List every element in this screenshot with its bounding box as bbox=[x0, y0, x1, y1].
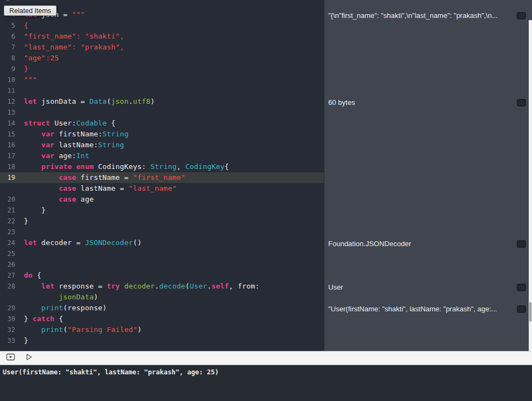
code-line[interactable]: 16 var lastName:String bbox=[0, 140, 324, 151]
line-number[interactable]: 23 bbox=[0, 227, 15, 237]
line-number[interactable]: 21 bbox=[0, 205, 15, 216]
line-number[interactable]: 16 bbox=[0, 140, 15, 151]
code-token bbox=[24, 304, 41, 312]
code-line[interactable]: 20 case age bbox=[0, 194, 324, 205]
code-line[interactable]: 6"first_name": "shakti", bbox=[0, 31, 324, 42]
line-number[interactable]: 22 bbox=[0, 216, 15, 227]
code-line[interactable]: case lastName = "last_name" bbox=[0, 183, 324, 194]
code-line[interactable]: 22} bbox=[0, 216, 324, 227]
code-line[interactable]: 27do { bbox=[0, 270, 324, 281]
code-text: case age bbox=[24, 195, 93, 203]
line-number[interactable]: 24 bbox=[0, 237, 15, 248]
code-token: { bbox=[24, 21, 28, 29]
sidebar-scrollbar-thumb[interactable] bbox=[529, 302, 531, 322]
line-number[interactable]: 14 bbox=[0, 118, 15, 129]
code-line[interactable]: 8"age":25 bbox=[0, 53, 324, 64]
code-token: var bbox=[41, 152, 54, 160]
code-line[interactable]: 14struct User:Codable { bbox=[0, 118, 324, 129]
code-token: firstName = bbox=[76, 173, 133, 181]
code-line[interactable]: 17 var age:Int bbox=[0, 151, 324, 161]
results-sidebar: "{\n"first_name": "shakti",\n"last_name"… bbox=[324, 0, 532, 351]
line-number[interactable]: 9 bbox=[0, 64, 15, 74]
line-number[interactable]: 33 bbox=[0, 335, 15, 346]
code-line[interactable]: 28 let response = try decoder.decode(Use… bbox=[0, 281, 324, 292]
code-line[interactable]: 11 bbox=[0, 85, 324, 96]
line-number[interactable]: 26 bbox=[0, 259, 15, 270]
line-number[interactable]: 6 bbox=[0, 31, 15, 42]
code-token: Data bbox=[89, 97, 107, 105]
sidebar-scrollbar-track[interactable] bbox=[529, 20, 532, 351]
run-playground-button[interactable] bbox=[23, 353, 35, 364]
code-line[interactable]: 9} bbox=[0, 64, 324, 74]
show-result-icon[interactable] bbox=[517, 284, 526, 291]
line-number[interactable]: 20 bbox=[0, 194, 15, 205]
result-row[interactable]: 60 bytes bbox=[324, 97, 532, 108]
code-line[interactable]: 21 } bbox=[0, 205, 324, 216]
result-row[interactable]: "User(firstName: "shakti", lastName: "pr… bbox=[324, 304, 532, 315]
code-line[interactable]: 5{ bbox=[0, 20, 324, 31]
code-line[interactable]: 7"last_name": "prakash", bbox=[0, 42, 324, 53]
code-line[interactable]: 30} catch { bbox=[0, 314, 324, 324]
code-line[interactable]: 26 bbox=[0, 259, 324, 270]
code-token: String bbox=[103, 130, 129, 138]
result-value: "{\n"first_name": "shakti",\n"last_name"… bbox=[328, 10, 528, 21]
console-output[interactable]: User(firstName: "shakti", lastName: "pra… bbox=[0, 365, 532, 401]
show-result-icon[interactable] bbox=[517, 12, 526, 20]
line-number[interactable]: 27 bbox=[0, 270, 15, 281]
code-editor[interactable]: 3 4let json = """5{6"first_name": "shakt… bbox=[0, 0, 324, 351]
line-number[interactable]: 18 bbox=[0, 161, 15, 172]
code-text: jsonData) bbox=[24, 293, 98, 301]
code-token: jsonData = bbox=[37, 97, 89, 105]
code-text: } catch { bbox=[24, 315, 63, 323]
code-token bbox=[24, 325, 41, 334]
code-line[interactable]: 29 print(response) bbox=[0, 303, 324, 314]
code-token bbox=[24, 130, 41, 138]
code-token: ( bbox=[185, 282, 190, 290]
code-token bbox=[120, 282, 124, 290]
code-token bbox=[24, 282, 41, 290]
line-number[interactable]: 8 bbox=[0, 53, 15, 64]
code-token: var bbox=[41, 130, 54, 138]
result-row[interactable]: User bbox=[324, 282, 532, 293]
code-token: User: bbox=[50, 119, 76, 127]
code-line[interactable]: 10""" bbox=[0, 74, 324, 85]
line-number[interactable]: 13 bbox=[0, 107, 15, 118]
show-result-icon[interactable] bbox=[517, 99, 526, 106]
line-number[interactable]: 12 bbox=[0, 96, 15, 107]
code-line[interactable]: 32 print("Parsing Failed") bbox=[0, 324, 324, 335]
code-token bbox=[24, 162, 41, 171]
code-line[interactable]: 24let decoder = JSONDecoder() bbox=[0, 237, 324, 248]
toggle-console-button[interactable] bbox=[4, 353, 16, 364]
line-number[interactable]: 30 bbox=[0, 314, 15, 324]
line-number[interactable]: 11 bbox=[0, 85, 15, 96]
code-line[interactable]: 25 bbox=[0, 248, 324, 259]
result-value: Foundation.JSONDecoder bbox=[328, 239, 528, 249]
line-number[interactable]: 17 bbox=[0, 151, 15, 161]
code-line[interactable]: 33} bbox=[0, 335, 324, 346]
code-text: "age":25 bbox=[24, 54, 59, 62]
line-number[interactable]: 25 bbox=[0, 248, 15, 259]
code-line[interactable]: 13 bbox=[0, 107, 324, 118]
code-line[interactable]: 12let jsonData = Data(json.utf8) bbox=[0, 96, 324, 107]
line-number[interactable]: 32 bbox=[0, 324, 15, 335]
code-token: ( bbox=[107, 97, 111, 105]
show-result-icon[interactable] bbox=[517, 240, 526, 248]
result-row[interactable]: "{\n"first_name": "shakti",\n"last_name"… bbox=[324, 10, 532, 21]
code-line[interactable]: 23 bbox=[0, 227, 324, 237]
line-number[interactable]: 10 bbox=[0, 74, 15, 85]
code-line[interactable]: 15 var firstName:String bbox=[0, 129, 324, 140]
line-number[interactable]: 19 bbox=[0, 172, 15, 183]
code-token: User bbox=[190, 282, 207, 290]
result-row[interactable]: Foundation.JSONDecoder bbox=[324, 239, 532, 249]
code-token: "age":25 bbox=[24, 54, 59, 62]
code-line[interactable]: 18 private enum CodingKeys: String, Codi… bbox=[0, 161, 324, 172]
code-line[interactable]: 19 case firstName = "first_name" bbox=[0, 172, 324, 183]
show-result-icon[interactable] bbox=[517, 305, 526, 313]
code-text: """ bbox=[24, 76, 37, 84]
line-number[interactable]: 29 bbox=[0, 303, 15, 314]
line-number[interactable]: 5 bbox=[0, 20, 15, 31]
line-number[interactable]: 7 bbox=[0, 42, 15, 53]
code-line[interactable]: jsonData) bbox=[0, 292, 324, 303]
line-number[interactable]: 28 bbox=[0, 281, 15, 292]
line-number[interactable]: 15 bbox=[0, 129, 15, 140]
